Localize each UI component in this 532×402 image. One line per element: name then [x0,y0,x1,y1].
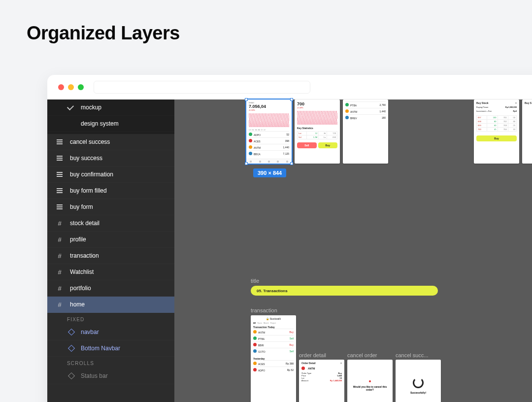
layer-watchlist[interactable]: Watchlist [47,264,174,280]
close-icon[interactable] [58,84,64,90]
canvas[interactable]: BHAS 7.056,04 -0.13% 1D1W1M3M1Y5Y ADPO52… [174,100,532,402]
layers-panel: mockup design system cancel success buy … [47,100,174,402]
layer-buy-success[interactable]: buy success [47,150,174,167]
frame-icon [56,285,63,292]
traffic-lights [58,84,84,90]
spinner-icon [413,377,424,388]
mock-content: BHAS 7.056,04 -0.13% 1D1W1M3M1Y5Y ADPO52… [246,100,292,159]
alert-dot-icon [369,380,371,382]
blank-icon [67,120,74,127]
editor: mockup design system cancel success buy … [47,100,532,402]
layer-buy-confirmation[interactable]: buy confirmation [47,167,174,183]
section-scrolls-label: SCROLLS [47,357,174,368]
layer-icon [56,138,63,145]
frame-order-detail-label: order detail [299,352,326,358]
url-bar[interactable] [94,81,310,94]
layer-icon [56,171,63,178]
section-fixed-label: FIXED [47,313,174,324]
frame-icon [56,236,63,243]
mock-content: 700 -0.43% Key Statistics Lot52Hi720Vol1… [295,100,340,150]
mock-watchlist-frame[interactable]: PTBA2,790 ANTM1,440 BREV180 [343,100,388,164]
layer-icon [56,187,63,194]
page-mockup[interactable]: mockup [47,100,174,116]
frame-icon [56,220,63,227]
mock-buy-stock-frame-b[interactable]: Buy S [522,100,532,164]
frame-icon [56,301,63,308]
frame-cancel-success-label: cancel succ... [396,352,429,358]
layer-bottom-navbar[interactable]: Bottom Navbar [47,340,174,357]
layer-profile[interactable]: profile [47,232,174,248]
mock-cancel-order-frame[interactable]: Would you like to cancel this order? [347,360,393,402]
section-pill[interactable]: 05. Transactions [251,286,438,296]
layer-buy-form-filled[interactable]: buy form filled [47,183,174,199]
page-title: Organized Layers [0,0,532,44]
frame-icon [56,268,63,275]
frame-title-label: title [251,278,259,284]
component-icon [68,329,75,335]
selection-handle-icon[interactable] [245,98,248,101]
minimize-icon[interactable] [68,84,74,90]
selection-dimensions-badge: 390 × 844 [253,168,286,177]
mock-content: Order Detail× ANTM Order TypeBuy Price1,… [299,360,344,384]
frame-icon [56,252,63,259]
selection-handle-icon[interactable] [245,162,248,165]
layer-home[interactable]: home [47,297,174,313]
layer-status-bar[interactable]: Status bar [47,368,174,384]
mock-content: Buy Stock× Buying PowerRp1,000,000 Inves… [474,100,519,143]
mock-stock-detail-frame[interactable]: 700 -0.43% Key Statistics Lot52Hi720Vol1… [295,100,340,164]
layer-navbar[interactable]: navbar [47,324,174,340]
layer-stock-detail[interactable]: stock detail [47,215,174,232]
selection-handle-icon[interactable] [290,98,293,101]
layer-icon [56,155,63,162]
check-icon [67,104,74,111]
design-app-window: mockup design system cancel success buy … [47,75,532,402]
page-design-system[interactable]: design system [47,116,174,132]
mock-cancel-success-frame[interactable]: Successfully! [396,360,441,402]
titlebar [47,75,532,100]
mock-transaction-frame[interactable]: 🔒 Stockwallt AllOpenMatchReject Transact… [251,315,296,402]
layer-icon [56,203,63,210]
mock-content: 🔒 Stockwallt AllOpenMatchReject Transact… [251,315,296,375]
selection-handle-icon[interactable] [290,162,293,165]
layer-transaction[interactable]: transaction [47,248,174,264]
frame-cancel-order-label: cancel order [347,352,377,358]
zoom-icon[interactable] [78,84,84,90]
layer-buy-form[interactable]: buy form [47,199,174,215]
layer-cancel-success[interactable]: cancel success [47,134,174,150]
component-icon [68,345,75,352]
mock-order-detail-frame[interactable]: Order Detail× ANTM Order TypeBuy Price1,… [299,360,344,402]
mock-home-frame[interactable]: BHAS 7.056,04 -0.13% 1D1W1M3M1Y5Y ADPO52… [246,100,292,164]
component-icon [68,372,75,379]
mock-content: PTBA2,790 ANTM1,440 BREV180 [343,100,388,123]
mock-buy-stock-frame[interactable]: Buy Stock× Buying PowerRp1,000,000 Inves… [474,100,519,164]
layer-portfolio[interactable]: portfolio [47,280,174,297]
frame-transaction-label: transaction [251,307,277,313]
